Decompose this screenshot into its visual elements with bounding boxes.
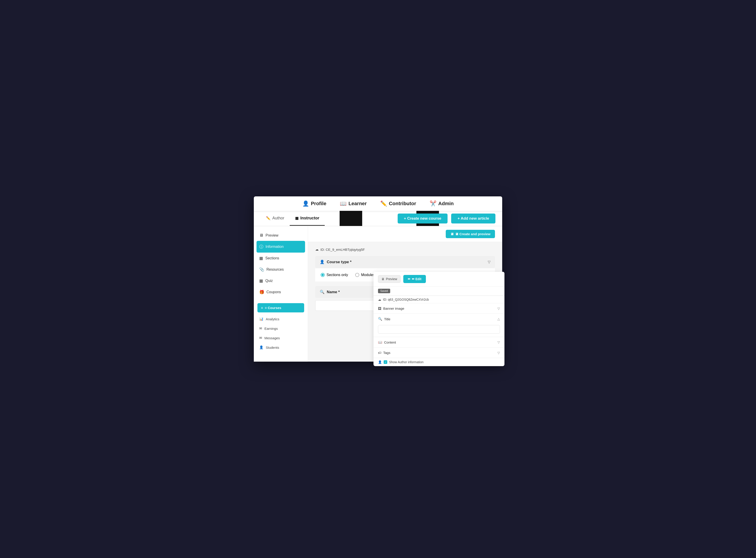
radio-modules-sections-circle [355,273,359,277]
coupons-icon: 🎁 [259,289,264,295]
tags-section[interactable]: 🏷 Tags ▽ [374,347,504,358]
edit-icon: ✏ [408,277,410,281]
second-card-saved-row: Saved [374,286,504,296]
radio-sections-only[interactable]: Sections only [321,273,348,277]
main-layout: 🖥 Preview ⓘ Information ▦ Sections 📎 Res… [254,226,502,362]
sidebar-coupons-label: Coupons [267,290,281,294]
banner-image-label-group: 🖼 Banner image [378,307,404,310]
title-chevron: △ [498,317,500,321]
course-type-header-left: 👤 Course type * [320,260,352,264]
create-preview-button[interactable]: 🖥 🖥 Create and preview [446,230,495,238]
saved-badge: Saved [378,289,390,293]
course-id-text: ID: CE_9_emLHBTpjiqytyg5F [321,248,365,251]
profile-icon: 👤 [302,200,309,207]
nav-contributor[interactable]: ✏️ Contributor [380,200,416,207]
radio-sections-only-circle [321,273,325,277]
sidebar-item-preview[interactable]: 🖥 Preview [254,230,308,241]
messages-label: Messages [264,336,280,340]
nav-learner[interactable]: 📖 Learner [340,200,367,207]
radio-sections-only-label: Sections only [327,273,348,277]
instructor-tab-icon: ▦ [295,216,299,220]
sidebar-item-quiz[interactable]: ▦ Quiz [254,275,308,286]
sidebar-item-information[interactable]: ⓘ Information [256,241,305,253]
courses-label: ≡ Courses [265,306,281,310]
courses-button[interactable]: ≡ ≡ Courses [257,303,304,312]
earnings-icon: ✉ [259,326,262,330]
author-tab-label: Author [272,216,284,221]
information-icon: ⓘ [259,244,263,249]
top-nav: 👤 Profile 📖 Learner ✏️ Contributor ✂️ Ad… [254,196,502,211]
second-bar: ✏️ Author ▦ Instructor + Create new cour… [254,211,502,226]
banner-icon: 🖼 [378,307,381,310]
content-top-bar: 🖥 🖥 Create and preview [308,226,502,242]
sidebar-item-sections[interactable]: ▦ Sections [254,253,308,264]
content-label-group: 📖 Content [378,340,396,344]
sidebar-item-coupons[interactable]: 🎁 Coupons [254,286,308,298]
banner-image-section[interactable]: 🖼 Banner image ▽ [374,303,504,313]
second-card-preview-label: Preview [386,277,397,281]
course-id-row: ☁ ID: CE_9_emLHBTpjiqytyg5F [315,247,495,251]
name-icon: 🔍 [320,289,325,294]
nav-profile[interactable]: 👤 Profile [302,200,326,207]
banner-image-label: Banner image [383,307,404,310]
tags-label-group: 🏷 Tags [378,351,390,355]
sidebar-item-students[interactable]: 👤 Students [254,343,308,352]
title-label-group: 🔍 Title [378,317,390,321]
title-section[interactable]: 🔍 Title △ [374,313,504,324]
courses-icon: ≡ [261,306,263,310]
content-section[interactable]: 📖 Content ▽ [374,337,504,347]
analytics-label: Analytics [266,317,279,321]
create-course-button[interactable]: + Create new course [398,213,448,224]
nav-admin[interactable]: ✂️ Admin [430,200,454,207]
create-preview-icon: 🖥 [450,232,454,236]
title-label: Title [384,317,390,321]
second-card-edit-label: ✏ Edit [412,277,421,281]
students-label: Students [266,346,279,350]
sidebar-item-messages[interactable]: ✉ Messages [254,333,308,343]
title-icon: 🔍 [378,317,382,321]
course-type-chevron: ▽ [488,260,490,264]
learner-icon: 📖 [340,200,347,207]
sidebar-item-resources[interactable]: 📎 Resources [254,264,308,275]
second-card-edit-btn[interactable]: ✏ ✏ Edit [403,275,426,283]
earnings-label: Earnings [264,327,278,330]
tab-author[interactable]: ✏️ Author [260,211,290,226]
resources-icon: 📎 [259,267,264,272]
add-article-button[interactable]: + Add new article [451,213,496,224]
fingerprint2-icon: ☁ [378,298,381,301]
show-author-checkbox[interactable] [384,360,387,364]
course-type-icon: 👤 [320,260,325,264]
main-content-area: 🖥 🖥 Create and preview ☁ ID: CE_9_emLHBT… [308,226,502,362]
title-input[interactable] [378,325,500,334]
second-card-id-row: ☁ ID: q63_Q2GOSQ8ZewCXVr2cb [374,296,504,303]
second-card-id-text: ID: q63_Q2GOSQ8ZewCXVr2cb [383,298,429,301]
create-course-label: + Create new course [404,216,442,221]
show-author-row[interactable]: 👤 Show Author information [374,358,504,366]
messages-icon: ✉ [259,336,262,340]
sidebar-information-label: Information [266,245,284,249]
sidebar-item-analytics[interactable]: 📊 Analytics [254,314,308,324]
create-preview-label: 🖥 Create and preview [455,232,490,236]
sidebar-preview-label: Preview [266,233,278,237]
analytics-icon: 📊 [259,317,263,321]
quiz-icon: ▦ [259,278,263,283]
fingerprint-icon: ☁ [315,247,319,251]
author-tab-icon: ✏️ [266,216,271,220]
second-card: 🖥 Preview ✏ ✏ Edit Saved ☁ ID: q63_Q2GOS… [374,272,504,366]
author-person-icon: 👤 [378,360,382,364]
tags-icon: 🏷 [378,351,381,355]
sidebar-sections-label: Sections [265,256,279,260]
second-card-preview-icon: 🖥 [381,277,384,281]
name-section-left: 🔍 Name * [320,289,340,294]
course-type-header[interactable]: 👤 Course type * ▽ [315,256,495,268]
second-card-preview-btn[interactable]: 🖥 Preview [378,275,401,283]
sidebar-quiz-label: Quiz [265,279,273,283]
tags-label: Tags [383,351,390,355]
course-type-label: Course type * [327,260,352,264]
tab-instructor[interactable]: ▦ Instructor [290,211,325,226]
sections-icon: ▦ [259,256,263,261]
show-author-label: Show Author information [389,360,424,364]
sidebar-resources-label: Resources [267,268,284,272]
sidebar-item-earnings[interactable]: ✉ Earnings [254,324,308,333]
content-chevron: ▽ [498,340,500,344]
